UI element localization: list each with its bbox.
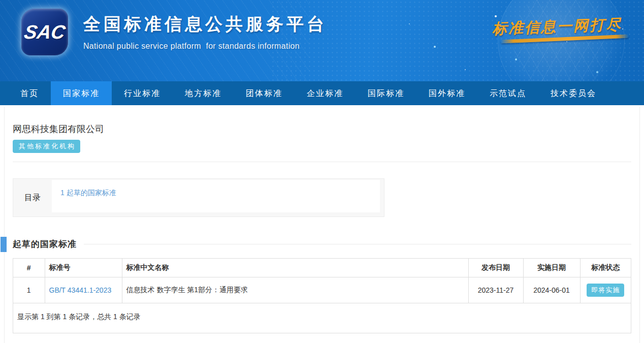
row-index: 1 [13, 277, 45, 303]
table-header-row: #标准号标准中文名称发布日期实施日期标准状态 [13, 259, 631, 277]
nav-tab-1[interactable]: 首页 [8, 81, 51, 105]
nav-tab-5[interactable]: 团体标准 [234, 81, 295, 105]
nav-tab-8[interactable]: 国外标准 [416, 81, 477, 105]
standard-number-link[interactable]: GB/T 43441.1-2023 [49, 286, 112, 294]
section-marker [1, 237, 7, 252]
sac-logo-text: SAC [22, 21, 67, 43]
table-row: 1GB/T 43441.1-2023信息技术 数字孪生 第1部分：通用要求202… [13, 277, 631, 303]
publish-date-cell: 2023-11-27 [468, 277, 523, 303]
main-nav: 首页国家标准行业标准地方标准团体标准企业标准国际标准国外标准示范试点技术委员会 [0, 81, 644, 105]
org-type-badge: 其他标准化机构 [13, 140, 80, 153]
section-divider-line [84, 244, 631, 244]
nav-tab-3[interactable]: 行业标准 [112, 81, 173, 105]
nav-tab-6[interactable]: 企业标准 [295, 81, 356, 105]
column-header: 标准中文名称 [122, 259, 468, 277]
nav-tab-9[interactable]: 示范试点 [477, 81, 538, 105]
column-header: # [13, 259, 45, 277]
toc-item-link[interactable]: 1 起草的国家标准 [60, 189, 116, 198]
table-body: 1GB/T 43441.1-2023信息技术 数字孪生 第1部分：通用要求202… [13, 277, 631, 303]
column-header: 标准号 [45, 259, 122, 277]
status-cell: 即将实施 [580, 277, 631, 303]
sac-logo[interactable]: SAC [21, 9, 68, 55]
org-header: 网思科技集团有限公司 其他标准化机构 [13, 107, 631, 162]
implement-date-cell: 2024-06-01 [523, 277, 580, 303]
toc-list: 1 起草的国家标准 [52, 180, 380, 212]
pagination-summary: 显示第 1 到第 1 条记录，总共 1 条记录 [13, 303, 631, 333]
nav-tab-4[interactable]: 地方标准 [173, 81, 234, 105]
content-container: 网思科技集团有限公司 其他标准化机构 目录 1 起草的国家标准 起草的国家标准 … [4, 107, 640, 343]
toc-box: 目录 1 起草的国家标准 [13, 178, 384, 217]
toc-label: 目录 [13, 179, 52, 216]
nav-tab-10[interactable]: 技术委员会 [538, 81, 608, 105]
nav-tab-7[interactable]: 国际标准 [356, 81, 416, 105]
standards-table: #标准号标准中文名称发布日期实施日期标准状态 1GB/T 43441.1-202… [13, 259, 631, 303]
status-badge: 即将实施 [587, 284, 624, 297]
standard-name-cell: 信息技术 数字孪生 第1部分：通用要求 [122, 277, 468, 303]
standard-number-cell: GB/T 43441.1-2023 [45, 277, 122, 303]
section-title: 起草的国家标准 [13, 238, 77, 250]
sparkle-dots-decoration [495, 15, 497, 17]
site-subtitle: National public service platform for sta… [83, 42, 327, 51]
standards-table-container: #标准号标准中文名称发布日期实施日期标准状态 1GB/T 43441.1-202… [13, 258, 631, 333]
column-header: 实施日期 [523, 259, 580, 277]
org-name: 网思科技集团有限公司 [13, 123, 631, 135]
section-header: 起草的国家标准 [13, 238, 631, 250]
column-header: 标准状态 [580, 259, 631, 277]
column-header: 发布日期 [468, 259, 523, 277]
site-title-block: 全国标准信息公共服务平台 National public service pla… [83, 13, 327, 51]
site-title: 全国标准信息公共服务平台 [83, 13, 327, 36]
site-header: SAC 全国标准信息公共服务平台 National public service… [0, 0, 644, 81]
nav-tab-2[interactable]: 国家标准 [51, 81, 112, 105]
